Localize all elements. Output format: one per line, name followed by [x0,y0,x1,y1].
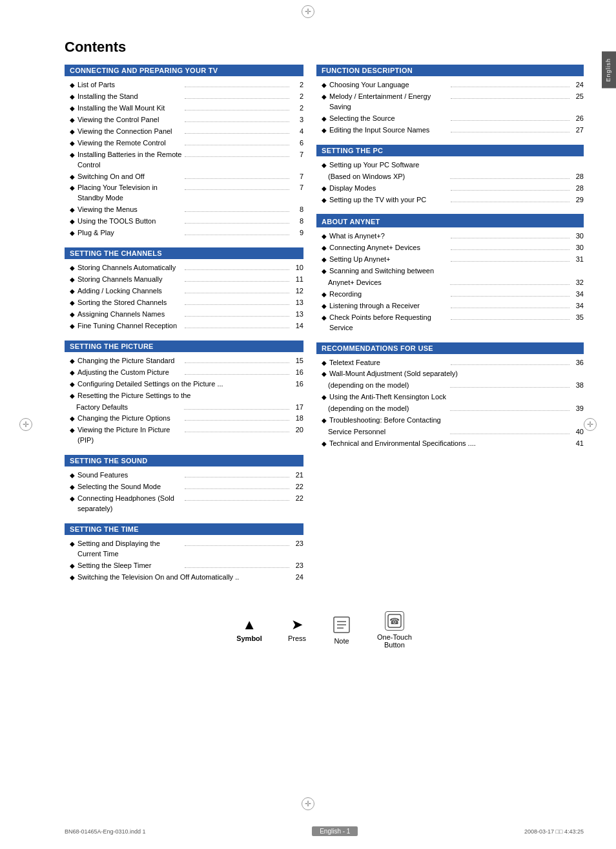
dots [451,249,570,250]
bullet-icon: ◆ [70,494,75,504]
section-recommendations: RECOMMENDATIONS FOR USE ◆ Teletext Featu… [316,342,584,452]
section-items-recommendations: ◆ Teletext Feature 36 ◆ Wall-Mount Adjus… [316,357,584,452]
dots [185,316,289,317]
list-item: ◆ Installing Batteries in the Remote Con… [70,150,303,171]
section-header-sound: SETTING THE SOUND [65,455,303,466]
item-text: Factory Defaults [76,403,181,413]
dots [451,98,570,99]
item-text: Changing the Picture Options [77,414,182,424]
list-item: Factory Defaults 17 [70,403,303,413]
list-item: ◆ Viewing the Connection Panel 4 [70,127,303,137]
section-items-pc: ◆ Setting up Your PC Software (Based on … [316,159,584,208]
item-text: Scanning and Switching between [329,266,584,277]
list-item: ◆ Fine Tuning Channel Reception 14 [70,321,303,331]
dots [185,432,289,432]
bullet-icon: ◆ [322,290,327,300]
item-text: Viewing the Remote Control [77,138,182,149]
section-time: SETTING THE TIME ◆ Setting and Displayin… [65,523,303,585]
bullet-icon: ◆ [322,114,327,124]
page-num: 4 [292,127,303,137]
dots [185,500,289,501]
item-text: Switching On and Off [77,172,182,182]
item-text: Installing Batteries in the Remote Contr… [77,150,182,171]
list-item: ◆ Wall-Mount Adjustment (Sold separately… [322,369,584,379]
legend-note-label: Note [334,637,349,645]
bullet-icon: ◆ [70,380,75,390]
bullet-icon: ◆ [70,392,75,401]
dots [185,304,289,305]
page-num: 8 [292,205,303,215]
list-item: ◆ Troubleshooting: Before Contacting [322,415,584,426]
dots [185,178,289,179]
bullet-icon: ◆ [70,275,75,285]
item-text: Connecting Anynet+ Devices [329,243,448,253]
footer: BN68-01465A-Eng-0310.indd 1 English - 1 … [0,826,616,836]
list-item: ◆ Connecting Anynet+ Devices 30 [322,243,584,253]
page-num: 32 [572,278,584,288]
section-items-connecting: ◆ List of Parts 2 ◆ Installing the Stand… [65,79,303,241]
dots [185,121,289,122]
list-item: ◆ Installing the Wall Mount Kit 2 [70,103,303,114]
bullet-icon: ◆ [70,414,75,424]
bullet-icon: ◆ [322,359,327,368]
list-item: ◆ Setting Up Anynet+ 31 [322,255,584,265]
dots [451,120,570,121]
item-text: Check Points before Requesting Service [329,313,448,333]
page-num: 22 [292,482,303,492]
item-text: (depending on the model) [328,404,447,414]
dots [451,364,570,365]
list-item: ◆ Viewing the Menus 8 [70,205,303,215]
dots [451,132,570,132]
binding-circle-right: ✛ [584,418,597,431]
dots [185,211,289,212]
bullet-icon: ◆ [322,416,327,426]
item-text: Configuring Detailed Settings on the Pic… [77,379,292,390]
section-anynet: ABOUT ANYNET+ ◆ What is Anynet+? 30 ◆ Co… [316,214,584,335]
bullet-icon: ◆ [322,244,327,253]
footer-right: 2008-03-17 □□ 4:43:25 [524,828,584,835]
item-text: (depending on the model) [328,381,447,391]
item-text: Melody / Entertainment / Energy Saving [329,92,448,112]
section-header-channels: SETTING THE CHANNELS [65,247,303,259]
binding-circle-left: ✛ [19,418,32,431]
list-item: ◆ Plug & Play 9 [70,228,303,238]
list-item: ◆ Viewing the Remote Control 6 [70,138,303,149]
bullet-icon: ◆ [322,255,327,265]
dots [450,178,570,179]
legend-symbol-label: Symbol [236,634,262,642]
dots [185,223,289,224]
list-item: ◆ Viewing the Control Panel 3 [70,115,303,125]
section-items-anynet: ◆ What is Anynet+? 30 ◆ Connecting Anyne… [316,230,584,335]
bullet-icon: ◆ [322,370,327,379]
page-num: 39 [572,404,584,414]
section-pc: SETTING THE PC ◆ Setting up Your PC Soft… [316,145,584,208]
item-text: Viewing the Picture In Picture (PIP) [77,425,182,446]
legend-symbol: ▲ Symbol [236,618,262,642]
item-text: Anynet+ Devices [328,278,447,288]
list-item: ◆ Scanning and Switching between [322,266,584,277]
section-function: FUNCTION DESCRIPTION ◆ Choosing Your Lan… [316,65,584,138]
dots [185,281,289,282]
list-item: ◆ Setting up Your PC Software [322,160,584,171]
page-num: 40 [572,427,584,437]
legend-section: ▲ Symbol ➤ Press Note ☎ One-TouchButt [65,611,584,662]
dots [185,189,289,190]
page-num: 10 [292,263,303,273]
english-badge: English - 1 [312,826,358,836]
dots [451,238,570,238]
item-text: Using the Anti-Theft Kensington Lock [329,392,584,403]
press-icon: ➤ [291,618,303,632]
dots [185,133,289,134]
svg-text:☎: ☎ [389,616,400,626]
dots [185,98,289,99]
section-header-time: SETTING THE TIME [65,523,303,535]
page-num: 26 [572,114,584,124]
section-picture: SETTING THE PICTURE ◆ Changing the Pictu… [65,341,303,449]
onetouch-svg: ☎ [387,614,402,628]
legend-onetouch: ☎ One-TouchButton [377,611,412,649]
bullet-icon: ◆ [70,357,75,366]
page-num: 21 [292,470,303,481]
legend-note: Note [332,615,351,645]
page-num: 8 [292,216,303,227]
bullet-icon: ◆ [70,483,75,492]
